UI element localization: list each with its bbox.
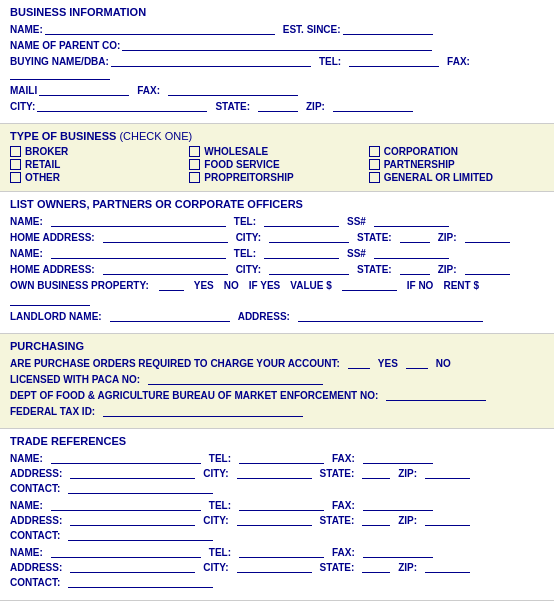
- paca-input[interactable]: [148, 372, 323, 385]
- broker-checkbox[interactable]: [10, 146, 21, 157]
- trade2-state-input[interactable]: [362, 513, 390, 526]
- if-no-label: IF NO: [407, 280, 434, 291]
- owner2-ss-label: SS#: [347, 248, 366, 259]
- trade1-fax-input[interactable]: [363, 451, 433, 464]
- trade3-contact-input[interactable]: [68, 575, 213, 588]
- mail-fax-input[interactable]: [168, 83, 298, 96]
- trade2-addr-input[interactable]: [70, 513, 195, 526]
- landlord-row: LANDLORD NAME: ADDRESS:: [10, 309, 544, 322]
- trade3-city-input[interactable]: [237, 560, 312, 573]
- other-checkbox[interactable]: [10, 172, 21, 183]
- wholesale-checkbox[interactable]: [189, 146, 200, 157]
- tax-input[interactable]: [103, 404, 303, 417]
- rent-input[interactable]: [10, 293, 90, 306]
- fax-input[interactable]: [10, 67, 110, 80]
- own-prop-yes-line[interactable]: [159, 278, 184, 291]
- tob-wholesale: WHOLESALE: [189, 146, 364, 157]
- buying-row: BUYING NAME/DBA: TEL: FAX:: [10, 54, 544, 80]
- owner1-ss-input[interactable]: [374, 214, 449, 227]
- owner2-state-input[interactable]: [400, 262, 430, 275]
- owner1-name-input[interactable]: [51, 214, 226, 227]
- trade3-addr-label: ADDRESS:: [10, 562, 62, 573]
- name-row: NAME: EST. SINCE:: [10, 22, 544, 35]
- owner1-name-label: NAME:: [10, 216, 43, 227]
- owner2-name-input[interactable]: [51, 246, 226, 259]
- trade2-contact-input[interactable]: [68, 528, 213, 541]
- trade1-city-input[interactable]: [237, 466, 312, 479]
- trade1-zip-input[interactable]: [425, 466, 470, 479]
- own-property-row: OWN BUSINESS PROPERTY: YES NO IF YES VAL…: [10, 278, 544, 306]
- trade3-addr-input[interactable]: [70, 560, 195, 573]
- owner2-city-input[interactable]: [269, 262, 349, 275]
- trade1-contact-input[interactable]: [68, 481, 213, 494]
- owner1-addr-label: HOME ADDRESS:: [10, 232, 95, 243]
- trade2-city-label: CITY:: [203, 515, 228, 526]
- owner2-state-label: STATE:: [357, 264, 392, 275]
- owner1-city-label: CITY:: [236, 232, 261, 243]
- trade2-zip-input[interactable]: [425, 513, 470, 526]
- owner2-ss-input[interactable]: [374, 246, 449, 259]
- proprietorship-checkbox[interactable]: [189, 172, 200, 183]
- purchasing-section: PURCHASING ARE PURCHASE ORDERS REQUIRED …: [0, 334, 554, 429]
- trade1-contact-row: CONTACT:: [10, 481, 544, 494]
- landlord-addr-input[interactable]: [298, 309, 483, 322]
- trade1-addr-input[interactable]: [70, 466, 195, 479]
- corporation-checkbox[interactable]: [369, 146, 380, 157]
- owner2-zip-label: ZIP:: [438, 264, 457, 275]
- tel-input[interactable]: [349, 54, 439, 67]
- owner2-tel-input[interactable]: [264, 246, 339, 259]
- mail-row: MAILI FAX:: [10, 83, 544, 96]
- owner2-zip-input[interactable]: [465, 262, 510, 275]
- value-input[interactable]: [342, 278, 397, 291]
- landlord-input[interactable]: [110, 309, 230, 322]
- parent-co-input[interactable]: [122, 38, 432, 51]
- tel-label: TEL:: [319, 56, 341, 67]
- fax-label2: FAX:: [137, 85, 160, 96]
- owner1-city-input[interactable]: [269, 230, 349, 243]
- po-no-line[interactable]: [406, 356, 428, 369]
- trade3-zip-input[interactable]: [425, 560, 470, 573]
- buying-input[interactable]: [111, 54, 311, 67]
- retail-checkbox[interactable]: [10, 159, 21, 170]
- owner1-tel-input[interactable]: [264, 214, 339, 227]
- trade2-city-input[interactable]: [237, 513, 312, 526]
- foodservice-checkbox[interactable]: [189, 159, 200, 170]
- trade3-name-input[interactable]: [51, 545, 201, 558]
- tob-general: GENERAL OR LIMITED: [369, 172, 544, 183]
- name-input[interactable]: [45, 22, 275, 35]
- state-input[interactable]: [258, 99, 298, 112]
- tob-partnership: PARTNERSHIP: [369, 159, 544, 170]
- owner1-ss-label: SS#: [347, 216, 366, 227]
- trade3-state-input[interactable]: [362, 560, 390, 573]
- landlord-label: LANDLORD NAME:: [10, 311, 102, 322]
- trade1-name-input[interactable]: [51, 451, 201, 464]
- trade2-fax-input[interactable]: [363, 498, 433, 511]
- trade3-fax-input[interactable]: [363, 545, 433, 558]
- zip-input[interactable]: [333, 99, 413, 112]
- trade-ref-2: NAME: TEL: FAX: ADDRESS: CITY: STATE: ZI…: [10, 498, 544, 541]
- state-label: STATE:: [215, 101, 250, 112]
- owner1-name-row: NAME: TEL: SS#: [10, 214, 544, 227]
- owner1-zip-input[interactable]: [465, 230, 510, 243]
- tob-corporation: CORPORATION: [369, 146, 544, 157]
- city-input[interactable]: [37, 99, 207, 112]
- partnership-checkbox[interactable]: [369, 159, 380, 170]
- trade1-state-input[interactable]: [362, 466, 390, 479]
- est-since-input[interactable]: [343, 22, 433, 35]
- trade3-tel-input[interactable]: [239, 545, 324, 558]
- trade2-tel-input[interactable]: [239, 498, 324, 511]
- owner1-state-input[interactable]: [400, 230, 430, 243]
- trade1-state-label: STATE:: [320, 468, 355, 479]
- owner1-addr-input[interactable]: [103, 230, 228, 243]
- general-checkbox[interactable]: [369, 172, 380, 183]
- owner2-addr-input[interactable]: [103, 262, 228, 275]
- dept-input[interactable]: [386, 388, 486, 401]
- trade1-tel-input[interactable]: [239, 451, 324, 464]
- trade3-fax-label: FAX:: [332, 547, 355, 558]
- mail-input[interactable]: [39, 83, 129, 96]
- trade1-fax-label: FAX:: [332, 453, 355, 464]
- owner1-zip-label: ZIP:: [438, 232, 457, 243]
- po-yes-line[interactable]: [348, 356, 370, 369]
- parent-co-row: NAME OF PARENT CO:: [10, 38, 544, 51]
- trade2-name-input[interactable]: [51, 498, 201, 511]
